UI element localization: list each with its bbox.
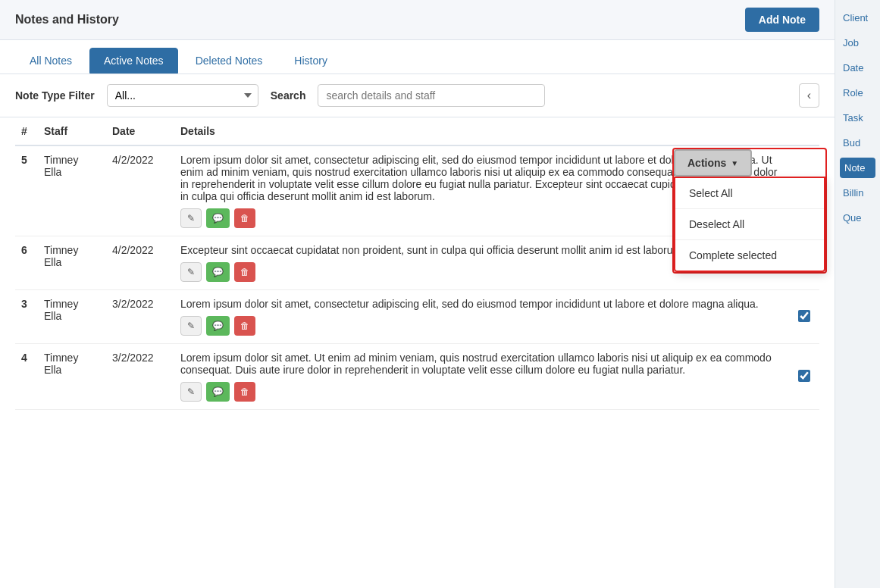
col-details: Details (174, 117, 789, 145)
menu-item-complete-selected[interactable]: Complete selected (675, 240, 824, 271)
note-type-filter-label: Note Type Filter (15, 89, 95, 102)
table-header: # Staff Date Details (15, 117, 819, 145)
search-input[interactable] (318, 84, 545, 107)
actions-arrow-icon: ▼ (731, 159, 738, 167)
col-num: # (15, 117, 38, 145)
col-check (789, 117, 819, 145)
delete-button[interactable]: 🗑 (234, 316, 255, 336)
row-checkbox-cell (789, 290, 819, 344)
note-type-select[interactable]: All... (107, 84, 258, 107)
row-staff: TimneyElla (38, 290, 106, 344)
sidebar-item-que[interactable]: Que (840, 208, 875, 228)
row-date: 4/2/2022 (106, 145, 174, 236)
sidebar-item-job[interactable]: Job (840, 33, 875, 53)
comment-button[interactable]: 💬 (206, 262, 230, 282)
row-action-icons: ✎ 💬 🗑 (180, 382, 783, 402)
row-num: 4 (15, 344, 38, 410)
row-date: 4/2/2022 (106, 236, 174, 290)
notes-table-container: Actions ▼ Select All Deselect All Comple… (0, 117, 835, 588)
sidebar-item-role[interactable]: Role (840, 83, 875, 103)
edit-button[interactable]: ✎ (180, 316, 202, 336)
sidebar-item-bud[interactable]: Bud (840, 133, 875, 153)
edit-button[interactable]: ✎ (180, 208, 202, 228)
delete-button[interactable]: 🗑 (234, 382, 255, 402)
row-checkbox[interactable] (798, 370, 810, 382)
table-row: 3 TimneyElla 3/2/2022 Lorem ipsum dolor … (15, 290, 819, 344)
menu-item-select-all[interactable]: Select All (675, 178, 824, 209)
delete-button[interactable]: 🗑 (234, 262, 255, 282)
tab-all-notes[interactable]: All Notes (15, 48, 86, 74)
row-date: 3/2/2022 (106, 344, 174, 410)
col-date: Date (106, 117, 174, 145)
search-label: Search (271, 89, 306, 102)
row-staff: TimneyElla (38, 145, 106, 236)
filter-bar: Note Type Filter All... Search ‹ (0, 74, 835, 117)
edit-button[interactable]: ✎ (180, 262, 202, 282)
row-num: 3 (15, 290, 38, 344)
table-row: 4 TimneyElla 3/2/2022 Lorem ipsum dolor … (15, 344, 819, 410)
row-date: 3/2/2022 (106, 290, 174, 344)
col-staff: Staff (38, 117, 106, 145)
delete-button[interactable]: 🗑 (234, 208, 255, 228)
right-sidebar: ClientJobDateRoleTaskBudNoteBillinQue (835, 0, 880, 588)
row-details: Lorem ipsum dolor sit amet, consectetur … (174, 290, 789, 344)
row-staff: TimneyElla (38, 344, 106, 410)
tabs-container: All Notes Active Notes Deleted Notes His… (0, 40, 835, 74)
row-action-icons: ✎ 💬 🗑 (180, 316, 783, 336)
actions-button-label: Actions (687, 157, 726, 169)
edit-button[interactable]: ✎ (180, 382, 202, 402)
page-title: Notes and History (15, 13, 119, 27)
comment-button[interactable]: 💬 (206, 316, 230, 336)
add-note-button[interactable]: Add Note (745, 8, 819, 32)
tab-deleted-notes[interactable]: Deleted Notes (181, 48, 277, 74)
actions-button[interactable]: Actions ▼ (674, 149, 752, 177)
row-details-text: Lorem ipsum dolor sit amet. Ut enim ad m… (180, 352, 783, 376)
row-details-text: Lorem ipsum dolor sit amet, consectetur … (180, 298, 783, 310)
actions-dropdown-area: Actions ▼ Select All Deselect All Comple… (672, 148, 827, 274)
row-staff: TimneyElla (38, 236, 106, 290)
actions-menu: Select All Deselect All Complete selecte… (674, 177, 825, 272)
sidebar-item-date[interactable]: Date (840, 58, 875, 78)
menu-item-deselect-all[interactable]: Deselect All (675, 209, 824, 240)
comment-button[interactable]: 💬 (206, 382, 230, 402)
tab-active-notes[interactable]: Active Notes (89, 48, 178, 74)
sidebar-item-billing[interactable]: Billin (840, 183, 875, 203)
header: Notes and History Add Note (0, 0, 835, 40)
tab-history[interactable]: History (280, 48, 342, 74)
row-num: 5 (15, 145, 38, 236)
row-details: Lorem ipsum dolor sit amet. Ut enim ad m… (174, 344, 789, 410)
sidebar-item-task[interactable]: Task (840, 108, 875, 128)
comment-button[interactable]: 💬 (206, 208, 230, 228)
row-num: 6 (15, 236, 38, 290)
collapse-button[interactable]: ‹ (799, 83, 819, 108)
row-checkbox[interactable] (798, 310, 810, 322)
row-checkbox-cell (789, 344, 819, 410)
sidebar-item-note[interactable]: Note (840, 158, 875, 178)
sidebar-item-client[interactable]: Client (840, 8, 875, 28)
